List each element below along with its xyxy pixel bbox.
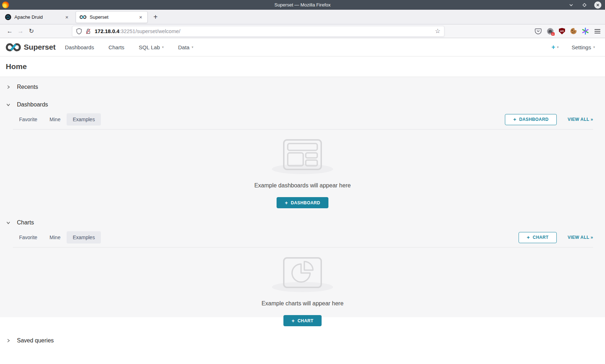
view-all-dashboards-link[interactable]: VIEW ALL » <box>568 117 593 122</box>
brand-name: Superset <box>24 43 55 51</box>
chevron-right-icon <box>6 338 11 343</box>
nav-item-charts[interactable]: Charts <box>108 44 124 50</box>
create-dashboard-button[interactable]: + DASHBOARD <box>277 197 328 208</box>
section-saved-queries[interactable]: Saved queries <box>0 333 605 349</box>
caret-down-icon: ▾ <box>192 45 193 49</box>
druid-favicon <box>5 14 11 20</box>
url-text: 172.18.0.4:32251/superset/welcome/ <box>95 28 180 34</box>
create-chart-button[interactable]: + CHART <box>283 315 322 326</box>
insecure-lock-icon[interactable] <box>85 28 91 35</box>
browser-tabstrip: Apache Druid × Superset × + <box>0 10 605 24</box>
page-content: Recents Dashboards Favorite Mine Example… <box>0 77 605 317</box>
tab-mine[interactable]: Mine <box>44 113 67 126</box>
empty-state-text: Example charts will appear here <box>261 300 344 307</box>
forward-icon: → <box>15 28 26 35</box>
view-all-charts-link[interactable]: VIEW ALL » <box>568 235 593 240</box>
screen: Superset — Mozilla Firefox Apache Druid … <box>0 0 605 364</box>
page-title: Home <box>6 62 27 71</box>
tab-examples[interactable]: Examples <box>67 231 101 244</box>
nav-item-dashboards[interactable]: Dashboards <box>65 44 94 50</box>
section-label: Dashboards <box>17 101 48 108</box>
charts-subheader: Favorite Mine Examples + CHART VIEW ALL … <box>13 231 593 244</box>
plus-icon: + <box>285 200 288 205</box>
browser-toolbar: ← → ↻ 172.18.0.4:32251/superset/welcome/… <box>0 24 605 38</box>
bookmark-star-icon[interactable]: ☆ <box>435 27 440 35</box>
superset-logo-icon <box>6 42 21 52</box>
plus-icon: + <box>292 318 295 323</box>
tab-title: Apache Druid <box>14 14 64 20</box>
nav-item-data[interactable]: Data ▾ <box>178 44 193 50</box>
section-charts[interactable]: Charts <box>0 215 605 231</box>
nav-item-sql-lab[interactable]: SQL Lab ▾ <box>139 44 163 50</box>
add-dashboard-button[interactable]: + DASHBOARD <box>505 114 557 125</box>
url-path: :32251/superset/welcome/ <box>120 28 180 34</box>
charts-tabset: Favorite Mine Examples <box>13 231 101 244</box>
extension-error-badge: x <box>551 32 555 36</box>
asterisk-extension-icon[interactable] <box>582 28 589 35</box>
add-chart-button[interactable]: + CHART <box>519 232 557 243</box>
shield-permissions-icon[interactable] <box>76 28 82 35</box>
chevron-down-icon <box>6 220 11 225</box>
plus-icon: + <box>551 44 555 50</box>
pocket-icon[interactable] <box>535 28 542 35</box>
tab-mine[interactable]: Mine <box>44 231 67 244</box>
chevron-right-icon <box>6 85 11 89</box>
os-titlebar: Superset — Mozilla Firefox <box>0 0 605 10</box>
tab-close-icon[interactable]: × <box>64 14 70 21</box>
ublock-origin-icon[interactable]: UO <box>559 28 565 35</box>
browser-tab-apache-druid[interactable]: Apache Druid × <box>1 11 73 23</box>
section-dashboards[interactable]: Dashboards <box>0 95 605 113</box>
tab-favorite[interactable]: Favorite <box>13 231 44 244</box>
empty-dashboard-icon <box>283 139 322 170</box>
window-minimize-icon[interactable] <box>568 1 575 9</box>
window-title: Superset — Mozilla Firefox <box>0 2 605 8</box>
new-item-menu[interactable]: + ▾ <box>551 44 559 50</box>
tab-close-icon[interactable]: × <box>138 14 144 21</box>
empty-chart-icon <box>283 257 322 288</box>
section-recents[interactable]: Recents <box>0 78 605 95</box>
menu-hamburger-icon[interactable] <box>594 28 601 34</box>
window-maximize-icon[interactable] <box>581 1 588 9</box>
chevron-down-icon <box>6 103 11 107</box>
browser-tab-superset[interactable]: Superset × <box>76 11 148 23</box>
url-host: 172.18.0.4 <box>95 28 120 34</box>
plus-icon: + <box>513 117 516 122</box>
dashboards-tabset: Favorite Mine Examples <box>13 113 101 126</box>
plus-icon: + <box>527 235 530 240</box>
superset-favicon <box>80 15 86 19</box>
extension-disabled-icon[interactable]: x <box>547 28 554 35</box>
section-label: Saved queries <box>17 337 54 344</box>
window-close-icon[interactable] <box>594 1 601 9</box>
dashboards-empty-state: Example dashboards will appear here + DA… <box>0 129 605 215</box>
reload-icon[interactable]: ↻ <box>26 27 37 35</box>
tab-examples[interactable]: Examples <box>67 113 101 126</box>
caret-down-icon: ▾ <box>557 45 559 49</box>
back-icon[interactable]: ← <box>4 28 15 35</box>
charts-empty-state: Example charts will appear here + CHART <box>0 247 605 333</box>
superset-navbar: Superset Dashboards Charts SQL Lab ▾ Dat… <box>0 38 605 56</box>
section-label: Charts <box>17 219 34 226</box>
cookie-extension-icon[interactable] <box>570 28 577 34</box>
url-bar[interactable]: 172.18.0.4:32251/superset/welcome/ ☆ <box>72 26 444 37</box>
caret-down-icon: ▾ <box>593 45 595 49</box>
settings-menu[interactable]: Settings ▾ <box>572 44 595 50</box>
empty-state-text: Example dashboards will appear here <box>254 182 351 189</box>
new-tab-button[interactable]: + <box>150 13 161 21</box>
page-header: Home <box>0 56 605 77</box>
caret-down-icon: ▾ <box>162 45 164 49</box>
superset-brand[interactable]: Superset <box>6 42 55 52</box>
dashboards-subheader: Favorite Mine Examples + DASHBOARD VIEW … <box>13 113 593 126</box>
tab-title: Superset <box>90 14 138 20</box>
tab-favorite[interactable]: Favorite <box>13 113 44 126</box>
section-label: Recents <box>17 84 38 90</box>
